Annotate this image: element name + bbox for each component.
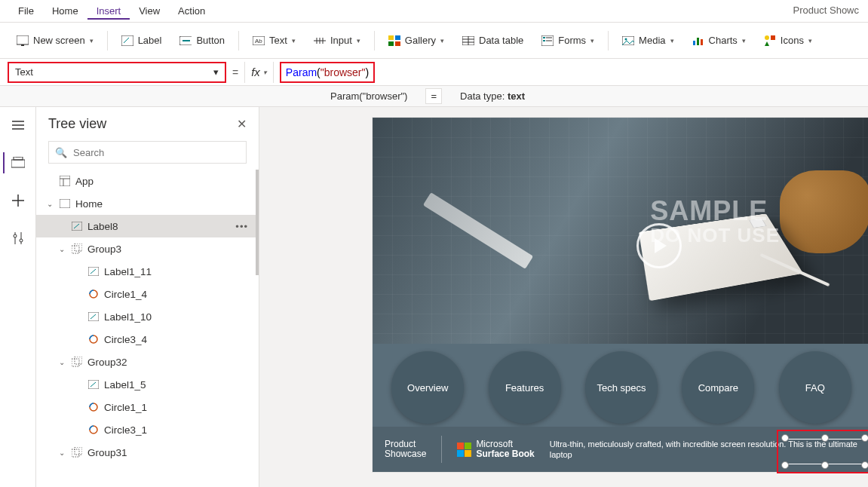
tree-item-circle1_4[interactable]: Circle1_4 (36, 283, 259, 305)
tree-item-circle1_1[interactable]: Circle1_1 (36, 396, 259, 418)
svg-line-50 (74, 224, 79, 228)
insert-charts-button[interactable]: Charts (685, 30, 753, 51)
svg-rect-65 (72, 449, 79, 457)
table-icon (462, 35, 474, 47)
menu-file[interactable]: File (9, 2, 43, 20)
new-screen-button[interactable]: New screen (9, 30, 101, 51)
svg-rect-1 (21, 44, 24, 46)
app-icon (59, 175, 71, 187)
app-canvas[interactable]: SAMPLE DO NOT USE OverviewFeaturesTech s… (373, 118, 868, 472)
separator (608, 31, 609, 51)
svg-rect-59 (72, 359, 79, 366)
insert-button-button[interactable]: Button (172, 30, 232, 51)
menu-view[interactable]: View (130, 2, 169, 20)
media-icon (622, 35, 634, 47)
group-icon (71, 356, 83, 368)
insert-label-button[interactable]: Label (114, 30, 170, 51)
scrollbar-thumb[interactable] (256, 170, 259, 275)
svg-rect-15 (395, 41, 400, 46)
property-value: Text (15, 66, 33, 78)
new-screen-label: New screen (33, 35, 85, 46)
rail-hamburger[interactable] (3, 112, 33, 139)
chart-icon (692, 35, 704, 47)
svg-rect-23 (543, 40, 545, 41)
tree-search[interactable]: 🔍 (48, 141, 247, 164)
tree-item-app[interactable]: App (36, 170, 259, 192)
svg-rect-0 (17, 35, 29, 44)
svg-point-44 (20, 239, 23, 242)
svg-rect-36 (11, 160, 25, 167)
circle-icon (87, 424, 100, 436)
insert-forms-button[interactable]: Forms (534, 30, 602, 51)
insert-media-button[interactable]: Media (615, 30, 681, 51)
chevron-icon: ⌄ (57, 358, 66, 366)
separator (107, 31, 108, 51)
icons-label: Icons (781, 35, 804, 46)
tree-item-label: App (75, 176, 94, 187)
tree-item-circle3_4[interactable]: Circle3_4 (36, 328, 259, 351)
nav-circle-features[interactable]: Features (489, 351, 561, 424)
product-name: ProductShowcase (385, 440, 426, 459)
insert-datatable-button[interactable]: Data table (455, 30, 531, 51)
equals-sign: = (232, 66, 238, 78)
tree-item-label: Circle3_4 (104, 334, 147, 345)
svg-rect-2 (121, 35, 133, 46)
chevron-down-icon (263, 69, 267, 76)
footer-bar: ProductShowcase MicrosoftSurface Book Ul… (373, 427, 868, 472)
tree-item-home[interactable]: ⌄Home (36, 192, 259, 215)
label-icon (87, 378, 100, 391)
menu-bar: File Home Insert View Action Product Sho… (0, 0, 868, 23)
tree-item-label1_11[interactable]: Label1_11 (36, 260, 259, 283)
circle-icon (87, 288, 100, 300)
gallery-icon (388, 35, 400, 47)
hero-image: SAMPLE DO NOT USE (373, 118, 868, 344)
text-icon: Ab (253, 35, 265, 47)
tree-item-label1_10[interactable]: Label1_10 (36, 305, 259, 328)
tree-item-group3[interactable]: ⌄Group3 (36, 237, 259, 260)
chevron-down-icon (292, 37, 296, 44)
tree-item-label: Circle1_1 (104, 402, 147, 413)
tree-item-group31[interactable]: ⌄Group31 (36, 441, 259, 464)
tree-item-circle3_1[interactable]: Circle3_1 (36, 418, 259, 441)
insert-gallery-button[interactable]: Gallery (381, 30, 452, 51)
formula-input-rest[interactable] (381, 62, 860, 83)
more-icon[interactable]: ••• (235, 221, 248, 232)
svg-line-57 (90, 314, 96, 319)
rail-insert[interactable] (3, 187, 33, 214)
rail-advanced[interactable] (3, 225, 33, 252)
insert-text-button[interactable]: Ab Text (245, 30, 303, 51)
menu-home[interactable]: Home (43, 2, 87, 20)
svg-rect-14 (388, 41, 394, 46)
tree-item-group32[interactable]: ⌄Group32 (36, 351, 259, 373)
close-icon[interactable]: ✕ (237, 117, 247, 131)
svg-rect-45 (60, 176, 70, 186)
chevron-down-icon (440, 37, 444, 44)
insert-input-button[interactable]: Input (306, 30, 368, 51)
nav-circle-overview[interactable]: Overview (391, 351, 464, 424)
fx-button[interactable]: fx (251, 66, 267, 78)
label-icon (71, 220, 83, 232)
microsoft-logo-icon (457, 443, 471, 457)
rail-treeview[interactable] (3, 149, 33, 176)
play-icon[interactable] (636, 223, 682, 268)
tree-item-label8[interactable]: Label8••• (36, 215, 259, 237)
nav-circle-tech-specs[interactable]: Tech specs (585, 351, 658, 424)
nav-circle-faq[interactable]: FAQ (779, 351, 851, 424)
formula-infobar: Param("browser") = Data type: text (0, 86, 868, 107)
svg-rect-28 (697, 38, 699, 45)
canvas-area[interactable]: SAMPLE DO NOT USE OverviewFeaturesTech s… (259, 107, 868, 487)
insert-icons-button[interactable]: Icons (756, 30, 820, 51)
label-label: Label (138, 35, 162, 46)
svg-rect-48 (60, 199, 70, 208)
formula-bar: Text = fx Param("browser") (0, 59, 868, 86)
search-input[interactable] (73, 147, 240, 158)
chevron-down-icon (808, 37, 812, 44)
menu-action[interactable]: Action (169, 2, 214, 20)
tree-item-label1_5[interactable]: Label1_5 (36, 373, 259, 396)
menu-insert[interactable]: Insert (87, 2, 130, 20)
property-selector[interactable]: Text (8, 62, 226, 83)
formula-input[interactable]: Param("browser") (280, 62, 375, 83)
brand-name: MicrosoftSurface Book (476, 440, 534, 459)
tree-title: Tree view (48, 116, 106, 132)
nav-circle-compare[interactable]: Compare (682, 351, 754, 424)
